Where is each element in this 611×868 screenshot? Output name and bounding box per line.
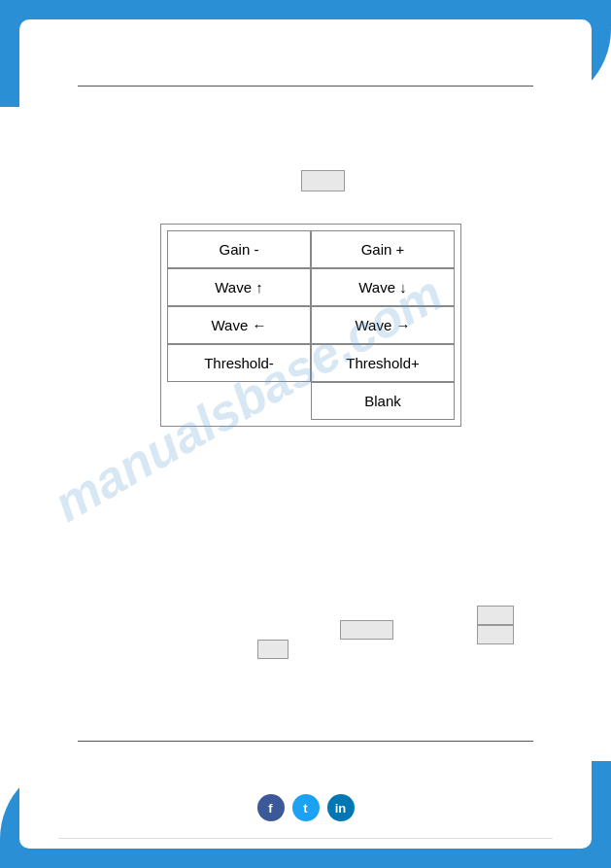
threshold-minus-button[interactable]: Threshold- — [167, 344, 311, 382]
threshold-plus-button[interactable]: Threshold+ — [311, 344, 455, 382]
facebook-icon[interactable]: f — [257, 794, 285, 821]
wave-up-button[interactable]: Wave ↑ — [167, 268, 311, 306]
bottom-rect-2 — [477, 625, 514, 644]
gain-plus-button[interactable]: Gain + — [311, 230, 455, 268]
bottom-divider — [78, 741, 533, 742]
wave-down-button[interactable]: Wave ↓ — [311, 268, 455, 306]
top-small-rect — [301, 170, 345, 191]
twitter-icon[interactable]: t — [292, 794, 320, 821]
wave-right-button[interactable]: Wave → — [311, 306, 455, 344]
linkedin-icon[interactable]: in — [327, 794, 355, 821]
gain-minus-button[interactable]: Gain - — [167, 230, 311, 268]
footer-line — [58, 838, 553, 839]
blank-button[interactable]: Blank — [311, 382, 455, 420]
main-card: Gain - Gain + Wave ↑ Wave ↓ Wave ← Wave … — [19, 19, 592, 849]
button-grid: Gain - Gain + Wave ↑ Wave ↓ Wave ← Wave … — [160, 224, 461, 427]
social-bar: f t in — [257, 794, 355, 821]
top-divider — [78, 86, 533, 87]
bottom-rect-1 — [477, 606, 514, 625]
bottom-rect-mid — [340, 620, 393, 640]
wave-left-button[interactable]: Wave ← — [167, 306, 311, 344]
bottom-rect-left — [257, 640, 289, 659]
